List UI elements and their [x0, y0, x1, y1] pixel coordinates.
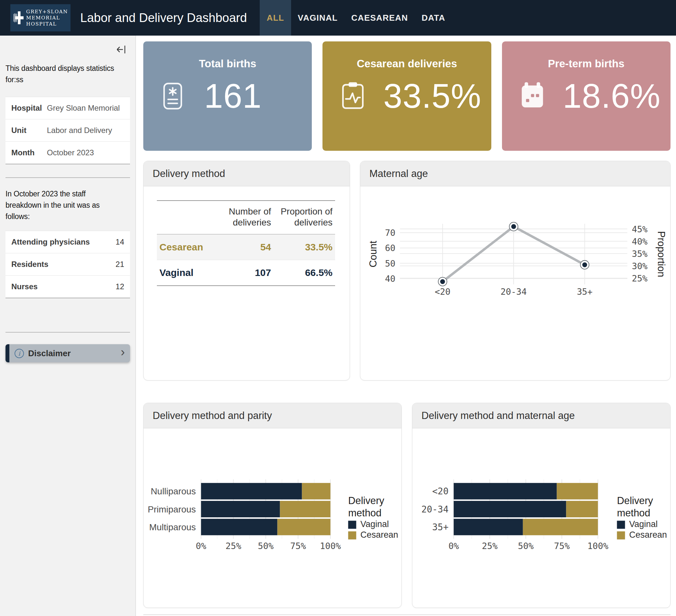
cell-value: 107 — [219, 260, 274, 286]
svg-text:70: 70 — [385, 228, 395, 238]
svg-text:75%: 75% — [290, 541, 306, 551]
nav-tabs: ALL VAGINAL CAESAREAN DATA — [260, 0, 452, 36]
svg-text:Vaginal: Vaginal — [629, 519, 658, 529]
svg-text:35+: 35+ — [577, 287, 593, 297]
info-value: October 2023 — [47, 148, 94, 157]
disclaimer-button[interactable]: i Disclaimer › — [5, 344, 130, 362]
svg-text:35+: 35+ — [432, 522, 448, 533]
svg-text:40%: 40% — [632, 236, 647, 246]
svg-text:100%: 100% — [587, 541, 608, 551]
svg-text:<20: <20 — [435, 287, 451, 297]
column-header: Number of deliveries — [219, 201, 274, 234]
svg-text:35%: 35% — [632, 249, 647, 259]
svg-text:method: method — [348, 507, 381, 519]
svg-text:100%: 100% — [320, 541, 341, 551]
sidebar-collapse-icon[interactable] — [116, 45, 127, 54]
table-row: MonthOctober 2023 — [5, 142, 130, 164]
svg-text:25%: 25% — [225, 541, 241, 551]
svg-text:25%: 25% — [632, 273, 647, 283]
main-content: Total births 161 — [136, 36, 676, 616]
tab-caesarean[interactable]: CAESAREAN — [344, 0, 415, 36]
svg-text:Count: Count — [368, 241, 379, 268]
card-header: Delivery method — [144, 161, 350, 186]
hospital-logo-text: GREY+SLOAN MEMORIAL HOSPITAL — [26, 9, 68, 27]
table-row: Vaginal 107 66.5% — [157, 260, 335, 286]
staff-intro-text: In October 2023 the staff breakdown in t… — [5, 188, 115, 222]
maternal-age-line-chart: 4050607025%30%35%40%45%<2020-3435+CountP… — [360, 186, 670, 379]
column-header: Proportion of deliveries — [274, 201, 335, 234]
info-label: Hospital — [11, 104, 47, 113]
hospital-logo: GREY+SLOAN MEMORIAL HOSPITAL — [10, 4, 70, 32]
info-label: Unit — [11, 126, 47, 135]
tab-data[interactable]: DATA — [415, 0, 452, 36]
info-icon: i — [14, 349, 24, 358]
info-value: Grey Sloan Memorial — [47, 104, 120, 113]
value-box-value: 18.6% — [563, 77, 661, 115]
svg-text:60: 60 — [385, 243, 395, 253]
cell-value: 33.5% — [274, 234, 335, 260]
staff-label: Attending physicians — [11, 237, 115, 246]
svg-text:30%: 30% — [632, 261, 647, 271]
svg-text:20-34: 20-34 — [421, 504, 449, 515]
value-box-value: 161 — [204, 77, 262, 115]
maternal-age-card: Maternal age 4050607025%30%35%40%45%<202… — [360, 161, 671, 381]
svg-text:Vaginal: Vaginal — [360, 519, 389, 529]
svg-text:Cesarean: Cesarean — [360, 530, 398, 540]
navbar: GREY+SLOAN MEMORIAL HOSPITAL Labor and D… — [0, 0, 676, 36]
svg-text:<20: <20 — [432, 486, 448, 497]
row-label: Vaginal — [157, 260, 219, 286]
divider — [5, 332, 130, 333]
parity-card: Delivery method and parity NulliparousPr… — [143, 403, 402, 608]
svg-text:40: 40 — [385, 274, 395, 284]
value-boxes-row: Total births 161 — [143, 41, 671, 151]
svg-text:Proportion: Proportion — [656, 231, 667, 277]
svg-text:Cesarean: Cesarean — [629, 530, 667, 540]
tab-all[interactable]: ALL — [260, 0, 291, 36]
clipboard-pulse-icon — [338, 81, 383, 111]
svg-text:20-34: 20-34 — [501, 287, 527, 297]
delivery-method-card: Delivery method Number of deliveries Pro… — [143, 161, 350, 381]
svg-text:0%: 0% — [448, 541, 459, 551]
svg-text:25%: 25% — [482, 541, 498, 551]
staff-label: Nurses — [11, 282, 115, 291]
info-label: Month — [11, 148, 47, 157]
sidebar: This dashboard displays statistics for:s… — [0, 36, 136, 616]
svg-text:Multiparous: Multiparous — [149, 522, 196, 532]
table-row: Cesarean 54 33.5% — [157, 234, 335, 260]
svg-text:50%: 50% — [518, 541, 534, 551]
disclaimer-label: Disclaimer — [28, 348, 71, 358]
staff-table: Attending physicians14 Residents21 Nurse… — [5, 231, 130, 298]
svg-text:75%: 75% — [554, 541, 570, 551]
sidebar-intro-text: This dashboard displays statistics for:s… — [5, 63, 130, 86]
card-header: Delivery method and maternal age — [412, 403, 670, 428]
tab-vaginal[interactable]: VAGINAL — [291, 0, 344, 36]
table-row: Nurses12 — [5, 276, 130, 298]
divider — [143, 614, 671, 615]
svg-text:45%: 45% — [632, 224, 647, 234]
birth-record-icon — [159, 82, 204, 110]
hospital-cross-icon — [13, 5, 23, 30]
row-label: Cesarean — [157, 234, 219, 260]
value-box-cesarean: Cesarean deliveries 33.5% — [323, 41, 491, 151]
info-table: HospitalGrey Sloan Memorial UnitLabor an… — [5, 97, 130, 164]
table-row: Attending physicians14 — [5, 231, 130, 253]
staff-value: 21 — [115, 260, 124, 269]
svg-text:method: method — [617, 507, 650, 519]
chevron-right-icon: › — [121, 346, 125, 358]
age-method-card: Delivery method and maternal age <2020-3… — [412, 403, 671, 608]
cell-value: 66.5% — [274, 260, 335, 286]
delivery-method-table: Number of deliveries Proportion of deliv… — [157, 200, 335, 286]
card-header: Delivery method and parity — [144, 403, 401, 428]
svg-text:50: 50 — [385, 259, 395, 269]
svg-text:50%: 50% — [258, 541, 274, 551]
svg-text:Delivery: Delivery — [348, 495, 384, 506]
page-title: Labor and Delivery Dashboard — [80, 11, 247, 25]
table-row: HospitalGrey Sloan Memorial — [5, 97, 130, 119]
value-box-total-births: Total births 161 — [143, 41, 312, 151]
age-stacked-bar-chart: <2020-3435+0%25%50%75%100%Deliverymethod… — [412, 428, 670, 607]
info-value: Labor and Delivery — [47, 126, 112, 135]
staff-value: 12 — [115, 282, 124, 291]
svg-text:Nulliparous: Nulliparous — [151, 486, 196, 496]
value-box-value: 33.5% — [383, 77, 481, 115]
calendar-icon — [517, 81, 563, 111]
